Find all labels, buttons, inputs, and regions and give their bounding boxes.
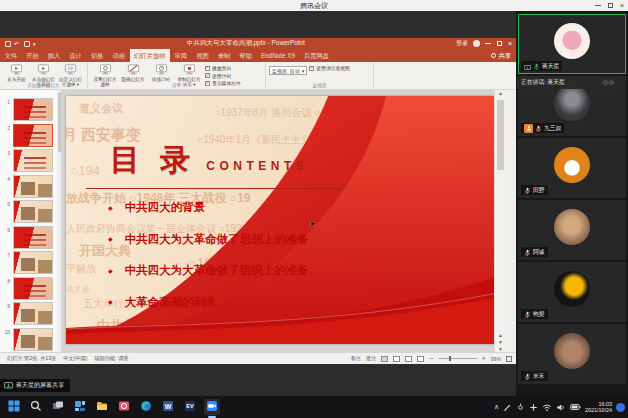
ppt-tab-6[interactable]: 动画 (108, 49, 130, 62)
meeting-minimize-icon[interactable] (595, 5, 601, 6)
taskbar-app-word[interactable]: W (160, 399, 176, 415)
tray-battery-icon[interactable] (570, 403, 581, 411)
slideshow-icon[interactable] (24, 41, 30, 47)
monitor-dropdown[interactable]: 监视器: 自动 ▾ (269, 66, 307, 75)
ppt-close-icon[interactable]: × (508, 40, 512, 47)
meeting-title: 腾讯会议 (300, 1, 328, 11)
portrait-avatar (554, 85, 590, 121)
thumbnail-number: 10 (4, 328, 10, 335)
accessibility-status[interactable]: 辅助功能: 调查 (95, 355, 129, 362)
current-slide[interactable]: 遵义会议○1937年8月 洛川会议 ○月 西安事变○1940年1月《新民主主义论… (66, 96, 503, 344)
zoom-in-icon[interactable]: + (482, 355, 486, 362)
ppt-restore-icon[interactable] (497, 41, 502, 46)
ribbon-share-button[interactable]: 共享 (491, 49, 511, 62)
undo-icon[interactable]: ↶ (14, 41, 21, 47)
ppt-tab-2[interactable]: 开始 (22, 49, 44, 62)
slide-thumbnail-1[interactable]: 1 (4, 98, 53, 121)
participant-tile-4[interactable]: 阿诚 (518, 200, 626, 260)
slide-thumbnail-9[interactable]: 9 (4, 302, 53, 325)
bullet-text: 大革命高潮的到来 (125, 295, 217, 310)
ppt-tab-13[interactable]: 百度网盘 (299, 49, 333, 62)
tray-chevron-icon[interactable]: ∧ (494, 403, 499, 411)
sign-in-button[interactable]: 登录 (456, 39, 468, 48)
tencent-meeting-icon (206, 398, 218, 416)
participant-tile-5[interactable]: 鸭梨 (518, 262, 626, 322)
slide-sorter-view-icon[interactable] (393, 356, 400, 362)
word-icon: W (162, 398, 174, 416)
tray-pen-icon[interactable] (503, 403, 512, 412)
ribbon-checkbox[interactable]: ✓播放旁白 (205, 65, 241, 71)
meeting-maximize-icon[interactable] (608, 3, 613, 8)
ppt-tab-11[interactable]: 帮助 (235, 49, 257, 62)
ribbon-button-hide-slide[interactable]: 隐藏幻灯片 (120, 63, 147, 82)
slide-thumbnail-8[interactable]: 8 (4, 277, 53, 300)
taskbar-app-ev-recorder[interactable]: EV (182, 399, 198, 415)
slide-thumbnail-2[interactable]: 2 (4, 124, 53, 147)
slide-thumbnail-panel: 1 2 3 4 5 6 7 8 9 10 (0, 90, 62, 352)
slide-thumbnail-10[interactable]: 10 (4, 328, 53, 351)
scroll-up-icon[interactable]: ▲ (495, 90, 506, 96)
bullet-marker-icon: ◆ (108, 299, 113, 305)
ppt-tab-3[interactable]: 插入 (43, 49, 65, 62)
zoom-slider[interactable] (439, 358, 477, 359)
ppt-tab-1[interactable]: 文件 (0, 49, 22, 62)
previous-slide-icon[interactable]: ▲ (495, 332, 506, 338)
ppt-minimize-icon[interactable] (485, 43, 491, 44)
slide-thumbnail-7[interactable]: 7 (4, 251, 53, 274)
screen-share-banner[interactable]: 蒋天星的屏幕共享 (0, 379, 70, 392)
slide-scrollbar[interactable]: ▲ ▲ ▼ ▼ (494, 90, 505, 352)
ribbon-checkbox[interactable]: ✓使用演示者视图 (309, 65, 350, 71)
taskbar-app-task-view[interactable] (50, 399, 66, 415)
tray-touch-icon[interactable] (516, 403, 525, 412)
normal-view-icon[interactable] (381, 356, 388, 362)
ppt-tab-10[interactable]: 录制 (213, 49, 235, 62)
tray-plus-icon[interactable] (529, 403, 538, 412)
meeting-titlebar: 腾讯会议 × (0, 0, 628, 11)
ppt-tab-5[interactable]: 切换 (86, 49, 108, 62)
notes-button[interactable]: 备注 (351, 355, 361, 362)
participant-tile-6[interactable]: 米禾 (518, 324, 626, 384)
bullet-marker-icon: ◆ (108, 236, 113, 242)
slide-thumbnail-4[interactable]: 4 (4, 175, 53, 198)
participant-tile-3[interactable]: 田野 (518, 138, 626, 198)
comments-button[interactable]: 批注 (366, 355, 376, 362)
language-indicator[interactable]: 中文(中国) (63, 355, 87, 362)
taskbar-clock[interactable]: 16:03 2021/10/24 (585, 401, 612, 413)
next-slide-icon[interactable]: ▼ (495, 339, 506, 345)
taskbar-app-explorer[interactable] (94, 399, 110, 415)
zoom-out-icon[interactable]: − (429, 355, 433, 362)
hide-slide-icon (127, 63, 140, 76)
slideshow-view-icon[interactable] (417, 356, 424, 362)
taskbar-app-tencent-meeting[interactable] (204, 399, 220, 415)
save-icon[interactable] (5, 41, 11, 47)
account-avatar[interactable] (473, 40, 480, 47)
slide-title: 目 录 CONTENTS (110, 140, 308, 181)
ribbon-button-rehearse-timing[interactable]: 排练计时 (148, 63, 175, 82)
toc-bullet-1: ◆ 中共四大的背景 (108, 200, 309, 215)
thumbnail-scrollbar[interactable] (57, 90, 61, 352)
taskbar-app-search[interactable] (28, 399, 44, 415)
slide-thumbnail-3[interactable]: 3 (4, 149, 53, 172)
notification-center-icon[interactable] (616, 403, 625, 412)
ppt-tab-7[interactable]: 幻灯片放映 (130, 49, 170, 62)
ppt-tab-9[interactable]: 视图 (192, 49, 214, 62)
fit-to-window-icon[interactable] (506, 356, 512, 362)
ppt-tab-4[interactable]: 设计 (65, 49, 87, 62)
ppt-tab-12[interactable]: EndNote X9 (256, 49, 299, 62)
taskbar-app-start[interactable] (6, 399, 22, 415)
meeting-close-icon[interactable]: × (620, 2, 624, 9)
tray-wifi-icon[interactable] (542, 403, 552, 412)
ribbon-checkbox[interactable]: ✓使用计时 (205, 73, 241, 79)
participant-tile-1[interactable]: 蒋天星 (518, 14, 626, 74)
ppt-tab-8[interactable]: 审阅 (170, 49, 192, 62)
ribbon-button-play-from-start[interactable]: 从头开始 (4, 63, 30, 82)
zoom-level[interactable]: 36% (491, 356, 501, 362)
slide-thumbnail-6[interactable]: 6 (4, 226, 53, 249)
reading-view-icon[interactable] (405, 356, 412, 362)
slide-thumbnail-5[interactable]: 5 (4, 200, 53, 223)
tray-volume-icon[interactable] (556, 403, 566, 412)
taskbar-app-widgets[interactable] (72, 399, 88, 415)
taskbar-app-photos[interactable] (116, 399, 132, 415)
taskbar-app-edge[interactable] (138, 399, 154, 415)
checkbox-label: 使用计时 (212, 73, 231, 79)
